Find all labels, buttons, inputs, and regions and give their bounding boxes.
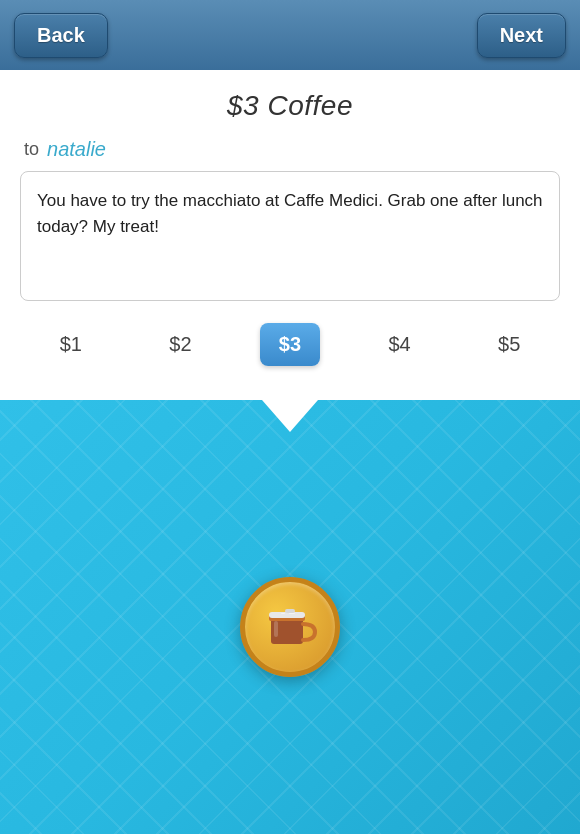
svg-rect-3 xyxy=(285,609,295,613)
bottom-section xyxy=(0,400,580,834)
coffee-cup-icon xyxy=(261,598,319,656)
svg-rect-5 xyxy=(281,613,285,614)
coffee-coin xyxy=(240,577,340,677)
message-text: You have to try the macchiato at Caffe M… xyxy=(37,191,543,236)
tooltip-arrow xyxy=(262,400,318,432)
back-button[interactable]: Back xyxy=(14,13,108,58)
message-box[interactable]: You have to try the macchiato at Caffe M… xyxy=(20,171,560,301)
amount-option[interactable]: $2 xyxy=(150,323,210,366)
amount-selector: $1$2$3$4$5 xyxy=(0,301,580,376)
content-area: $3 Coffee to natalie You have to try the… xyxy=(0,70,580,400)
amount-option[interactable]: $4 xyxy=(370,323,430,366)
next-button[interactable]: Next xyxy=(477,13,566,58)
recipient-row: to natalie xyxy=(0,132,580,171)
to-label: to xyxy=(24,139,39,160)
recipient-name: natalie xyxy=(47,138,106,161)
gift-title: $3 Coffee xyxy=(227,90,353,121)
amount-option[interactable]: $1 xyxy=(41,323,101,366)
amount-option[interactable]: $5 xyxy=(479,323,539,366)
title-section: $3 Coffee xyxy=(0,70,580,132)
amount-option[interactable]: $3 xyxy=(260,323,320,366)
svg-rect-6 xyxy=(289,613,295,614)
nav-bar: Back Next xyxy=(0,0,580,70)
svg-rect-4 xyxy=(274,621,278,637)
